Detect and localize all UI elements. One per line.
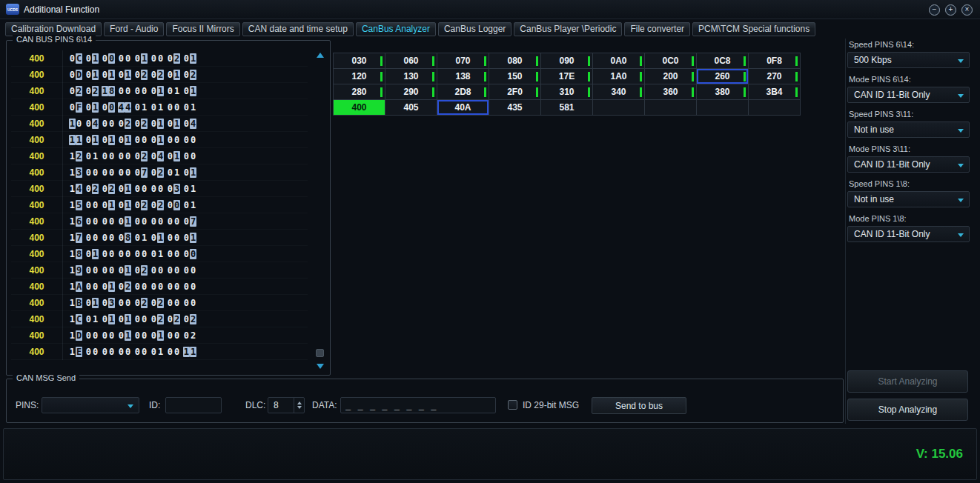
tab-canbus-analyzer[interactable]: CanBus Analyzer — [356, 22, 436, 36]
pins-dropdown[interactable] — [42, 397, 139, 413]
tab-canbus-logger[interactable]: CanBus Logger — [438, 22, 511, 36]
msg-byte: 00 — [116, 151, 133, 161]
table-scrollbar[interactable] — [315, 51, 325, 370]
can-msg-row[interactable]: 4001101010100010000 — [11, 132, 308, 148]
tab-can-date-and-time-setup[interactable]: CAN date and time setup — [242, 22, 354, 36]
can-msg-row[interactable]: 4000F01004401010001 — [11, 99, 308, 116]
maximize-button[interactable]: + — [945, 4, 956, 16]
can-msg-row[interactable]: 4001004000202010104 — [11, 116, 308, 132]
msg-byte: 1A — [67, 282, 84, 292]
can-id-cell-0c8[interactable]: 0C8 — [696, 53, 749, 69]
id-29bit-checkbox[interactable] — [508, 400, 517, 410]
can-id-cell-2d8[interactable]: 2D8 — [437, 84, 489, 100]
can-bus-pins-panel: CAN BUS PINS 6\14 4000C01000001000201400… — [6, 40, 331, 376]
can-msg-row[interactable]: 4001A00010200000000 — [11, 279, 308, 295]
dlc-spinner[interactable]: 8 — [268, 397, 305, 413]
setting-dropdown-speed-pins-6-14[interactable]: 500 Kbps — [847, 52, 970, 68]
can-id-cell-0c0[interactable]: 0C0 — [644, 53, 697, 69]
tab-focus-ii-mirrors[interactable]: Focus II Mirrors — [166, 22, 239, 36]
msg-byte: 1B — [67, 298, 84, 308]
can-id-cell-070[interactable]: 070 — [437, 53, 489, 69]
can-msg-row[interactable]: 4000202180000010101 — [11, 83, 308, 99]
can-msg-row[interactable]: 4001B01030002020000 — [11, 295, 308, 311]
can-id-cell-130[interactable]: 130 — [385, 68, 437, 84]
can-msg-row[interactable]: 4001402020100000301 — [11, 181, 308, 197]
can-id-cell-090[interactable]: 090 — [540, 53, 593, 69]
stop-analyzing-button[interactable]: Stop Analyzing — [847, 399, 968, 421]
send-to-bus-button[interactable]: Send to bus — [592, 397, 686, 414]
can-id-cell-400[interactable]: 400 — [333, 99, 385, 116]
can-id-cell-030[interactable]: 030 — [333, 53, 385, 69]
can-id-cell-360[interactable]: 360 — [644, 84, 697, 100]
can-id-cell-435[interactable]: 435 — [489, 99, 541, 116]
can-id-cell-310[interactable]: 310 — [540, 84, 593, 100]
can-id-cell-260[interactable]: 260 — [696, 68, 749, 84]
chevron-down-icon — [958, 164, 964, 167]
can-id-cell-0f8[interactable]: 0F8 — [748, 53, 801, 69]
minimize-button[interactable]: − — [929, 4, 940, 16]
can-id-cell-060[interactable]: 060 — [385, 53, 437, 69]
activity-indicator — [640, 56, 642, 66]
can-id-cell-2f0[interactable]: 2F0 — [489, 84, 541, 100]
scroll-up-icon[interactable] — [317, 53, 324, 58]
can-id-cell-405[interactable]: 405 — [385, 99, 437, 116]
can-id-cell-0a0[interactable]: 0A0 — [592, 53, 645, 69]
dlc-spinner-buttons[interactable] — [294, 398, 304, 413]
can-id-cell-290[interactable]: 290 — [385, 84, 437, 100]
msg-byte: 02 — [84, 86, 100, 96]
can-id-cell-138[interactable]: 138 — [437, 68, 489, 84]
can-id-cell-1a0[interactable]: 1A0 — [592, 68, 645, 84]
activity-indicator — [795, 72, 798, 81]
spinner-down-icon[interactable] — [297, 406, 302, 409]
can-id-cell-17e[interactable]: 17E — [540, 68, 593, 84]
tab-file-converter[interactable]: File converter — [624, 22, 690, 36]
msg-byte: 01 — [165, 119, 182, 129]
can-id-cell-581[interactable]: 581 — [540, 99, 593, 116]
can-id-cell-340[interactable]: 340 — [592, 84, 645, 100]
setting-dropdown-mode-pins-6-14[interactable]: CAN ID 11-Bit Only — [847, 87, 970, 103]
can-id-cell-120[interactable]: 120 — [333, 68, 385, 84]
can-id-cell-40a[interactable]: 40A — [437, 99, 489, 116]
msg-byte: 01 — [84, 135, 100, 145]
can-msg-row[interactable]: 4001300000007020101 — [11, 164, 308, 181]
data-input[interactable]: _ _ _ _ _ _ _ _ — [340, 397, 496, 413]
close-button[interactable]: × — [961, 4, 973, 16]
can-msg-row[interactable]: 4001900000102000000 — [11, 262, 308, 279]
can-msg-row[interactable]: 4000C01000001000201 — [11, 50, 308, 67]
can-msg-row[interactable]: 4001E00000000010011 — [11, 344, 308, 360]
start-analyzing-button[interactable]: Start Analyzing — [847, 370, 968, 393]
setting-dropdown-mode-pins-1-8[interactable]: CAN ID 11-Bit Only — [847, 226, 970, 242]
can-id-cell-280[interactable]: 280 — [333, 84, 385, 100]
tab-canbus-player-periodic[interactable]: CanBus Player \Periodic — [514, 22, 622, 36]
can-msg-row[interactable]: 4000D01010102020102 — [11, 67, 308, 83]
can-id-cell-200[interactable]: 200 — [644, 68, 697, 84]
activity-indicator — [432, 72, 434, 81]
can-id-cell-380[interactable]: 380 — [696, 84, 749, 100]
can-msg-row[interactable]: 4001500010102020001 — [11, 197, 308, 213]
can-msg-row[interactable]: 4001C01010100020202 — [11, 311, 308, 327]
scrollbar-thumb[interactable] — [316, 349, 324, 357]
can-msg-row[interactable]: 4001801000000010000 — [11, 246, 308, 262]
can-msg-row[interactable]: 4001201000002040100 — [11, 148, 308, 164]
can-msg-row[interactable]: 4001600000100000007 — [11, 213, 308, 230]
can-msg-row[interactable]: 4001D00000100010002 — [11, 327, 308, 344]
msg-byte: 03 — [100, 298, 116, 308]
tab-pcm-tcm-special-functions[interactable]: PCM\TCM Special functions — [692, 22, 815, 36]
id-input[interactable] — [165, 397, 222, 413]
spinner-up-icon[interactable] — [297, 402, 302, 404]
can-msg-row[interactable]: 4001700000801010001 — [11, 230, 308, 246]
can-id-cell-080[interactable]: 080 — [489, 53, 541, 69]
msg-byte: 01 — [149, 86, 165, 96]
setting-dropdown-mode-pins-3-11[interactable]: CAN ID 11-Bit Only — [847, 156, 970, 173]
setting-dropdown-speed-pins-3-11[interactable]: Not in use — [847, 121, 970, 138]
msg-id-cell: 400 — [11, 132, 63, 148]
tab-ford-audio[interactable]: Ford - Audio — [104, 22, 164, 36]
can-id-cell-270[interactable]: 270 — [748, 68, 801, 84]
msg-byte: 07 — [182, 216, 198, 227]
scroll-down-icon[interactable] — [317, 364, 324, 369]
setting-label-speed-pins-1-8: Speed PINS 1\8: — [849, 179, 968, 189]
can-id-cell-3b4[interactable]: 3B4 — [748, 84, 801, 100]
setting-dropdown-speed-pins-1-8[interactable]: Not in use — [847, 191, 970, 207]
msg-byte: 00 — [84, 167, 100, 178]
can-id-cell-150[interactable]: 150 — [489, 68, 541, 84]
